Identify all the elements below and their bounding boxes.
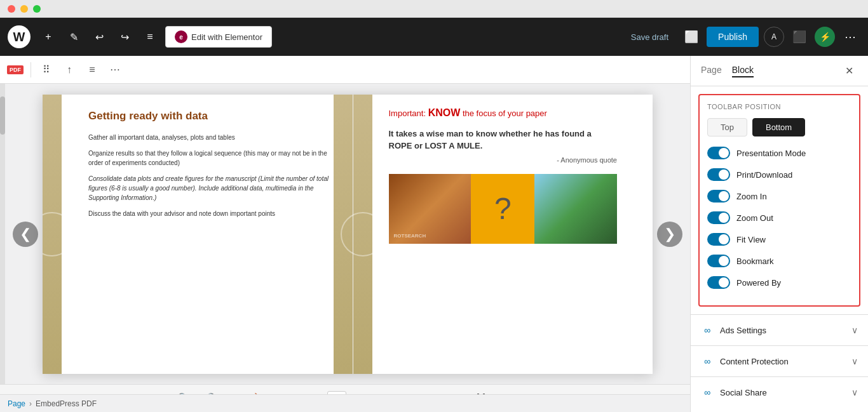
ads-settings-chevron-icon: ∨: [851, 325, 858, 335]
watermark-circle: [43, 212, 74, 256]
toggle-powered-by: Powered By: [707, 276, 851, 289]
left-sidebar-strip: [43, 95, 62, 374]
toolbar-separator: [31, 62, 31, 77]
breadcrumb-separator: ›: [29, 399, 32, 408]
scrollbar[interactable]: [0, 84, 5, 384]
elementor-icon: e: [175, 30, 187, 43]
pdf-quote: It takes a wise man to know whether he h…: [389, 128, 618, 152]
social-share-chevron-icon: ∨: [851, 387, 858, 397]
social-share-title: Social Share: [720, 388, 845, 397]
redo-button[interactable]: ↪: [114, 27, 135, 47]
scrollbar-thumb[interactable]: [0, 96, 5, 135]
edit-pencil-button[interactable]: ✎: [64, 27, 84, 47]
content-protection-chevron-icon: ∨: [851, 356, 858, 366]
pdf-paragraph-4: Discuss the data with your advisor and n…: [88, 209, 337, 218]
drag-handle-button[interactable]: ⠿: [36, 60, 57, 80]
toggle-zoom-in: Zoom In: [707, 190, 851, 203]
toolbar-position-section: TOOLBAR POSITION Top Bottom Presentation…: [698, 94, 860, 307]
pdf-block-type-button[interactable]: PDF: [5, 60, 25, 80]
edit-with-elementor-button[interactable]: e Edit with Elementor: [165, 26, 272, 48]
pdf-right-content: Important: KNOW the focus of your paper …: [389, 107, 618, 244]
toggle-powered-by-switch[interactable]: [707, 276, 730, 289]
ads-settings-icon: ∞: [701, 324, 714, 336]
pdf-left-title: Getting ready with data: [88, 110, 337, 123]
publish-button[interactable]: Publish: [707, 27, 759, 47]
align-button[interactable]: ≡: [82, 60, 102, 80]
toggle-fit-view-switch[interactable]: [707, 233, 730, 246]
content-protection-header[interactable]: ∞ Content Protection ∨: [691, 346, 868, 376]
position-buttons: Top Bottom: [707, 118, 851, 136]
undo-button[interactable]: ↩: [89, 27, 109, 47]
tab-page[interactable]: Page: [701, 65, 722, 77]
pdf-image-1: [389, 174, 471, 244]
content-protection-icon: ∞: [701, 355, 714, 368]
tab-block[interactable]: Block: [732, 65, 754, 77]
toolbar-position-label: TOOLBAR POSITION: [707, 103, 851, 110]
toggle-fit-view: Fit View: [707, 233, 851, 246]
toggle-powered-by-label: Powered By: [736, 278, 781, 288]
important-prefix: Important:: [389, 109, 428, 118]
move-up-button[interactable]: ↑: [59, 60, 79, 80]
toggle-print-download-switch[interactable]: [707, 168, 730, 181]
save-draft-button[interactable]: Save draft: [623, 29, 676, 46]
right-page-left-strip: [353, 95, 372, 374]
lightning-button[interactable]: ⚡: [815, 27, 835, 47]
breadcrumb: Page › EmbedPress PDF: [0, 394, 690, 412]
pdf-paragraph-2: Organize results so that they follow a l…: [88, 149, 337, 168]
panel-header: Page Block ✕: [691, 56, 868, 86]
next-page-arrow[interactable]: ❯: [657, 222, 682, 247]
toggle-presentation-mode-switch[interactable]: [707, 147, 730, 159]
prev-page-arrow[interactable]: ❮: [13, 222, 38, 247]
astra-icon[interactable]: A: [764, 27, 784, 47]
wp-logo: W: [8, 25, 31, 48]
elementor-btn-label: Edit with Elementor: [191, 32, 262, 42]
traffic-light-yellow[interactable]: [20, 5, 28, 13]
toggle-presentation-mode-label: Presentation Mode: [736, 149, 806, 158]
pdf-attribution: - Anonymous quote: [389, 156, 618, 164]
monitor-button[interactable]: ⬜: [681, 27, 702, 47]
social-share-section[interactable]: ∞ Social Share ∨: [691, 376, 868, 408]
toggle-print-download-label: Print/Download: [736, 170, 792, 180]
important-rest: the focus of your paper: [460, 109, 547, 118]
traffic-light-green[interactable]: [33, 5, 41, 13]
breadcrumb-current: EmbedPress PDF: [36, 399, 97, 408]
toggle-bookmark-label: Bookmark: [736, 256, 774, 266]
top-toolbar: W + ✎ ↩ ↪ ≡ e Edit with Elementor Save d…: [0, 18, 868, 56]
pdf-paragraph-1: Gather all important data, analyses, plo…: [88, 133, 337, 142]
list-view-button[interactable]: ≡: [140, 27, 160, 47]
document-wrapper: ❮ Getting ready with data Gather all imp…: [5, 84, 690, 384]
kebab-menu-button[interactable]: ⋯: [840, 27, 860, 47]
ads-settings-header[interactable]: ∞ Ads Settings ∨: [691, 315, 868, 345]
title-bar: [0, 0, 868, 18]
traffic-light-red[interactable]: [8, 5, 15, 13]
block-toolbar: PDF ⠿ ↑ ≡ ⋯: [0, 56, 690, 84]
panel-close-button[interactable]: ✕: [840, 62, 858, 80]
position-bottom-button[interactable]: Bottom: [752, 118, 805, 136]
ads-settings-title: Ads Settings: [720, 326, 845, 335]
right-watermark-circle: [341, 212, 385, 256]
add-button[interactable]: +: [38, 27, 58, 47]
content-protection-title: Content Protection: [720, 357, 845, 366]
toggle-zoom-out: Zoom Out: [707, 211, 851, 224]
sidebar-toggle-button[interactable]: ⬛: [789, 27, 810, 47]
position-top-button[interactable]: Top: [707, 118, 747, 136]
toggle-presentation-mode: Presentation Mode: [707, 147, 851, 159]
pdf-label: PDF: [7, 65, 24, 74]
toggle-bookmark: Bookmark: [707, 255, 851, 267]
toggle-zoom-in-label: Zoom In: [736, 192, 767, 201]
breadcrumb-page-link[interactable]: Page: [8, 399, 25, 408]
social-share-header[interactable]: ∞ Social Share ∨: [691, 377, 868, 408]
toggle-bookmark-switch[interactable]: [707, 255, 730, 267]
toggle-print-download: Print/Download: [707, 168, 851, 181]
right-panel: Page Block ✕ TOOLBAR POSITION Top Bottom…: [690, 56, 868, 412]
pdf-left-page: Getting ready with data Gather all impor…: [43, 95, 353, 374]
more-options-button[interactable]: ⋯: [105, 60, 125, 80]
toggle-zoom-in-switch[interactable]: [707, 190, 730, 203]
toggle-zoom-out-switch[interactable]: [707, 211, 730, 224]
important-bold: KNOW: [428, 107, 461, 118]
content-protection-section[interactable]: ∞ Content Protection ∨: [691, 345, 868, 376]
ads-settings-section[interactable]: ∞ Ads Settings ∨: [691, 314, 868, 345]
pdf-image-strip: ?: [389, 174, 618, 244]
pdf-left-content: Getting ready with data Gather all impor…: [88, 110, 337, 218]
editor-area: PDF ⠿ ↑ ≡ ⋯ ❮: [0, 56, 690, 412]
